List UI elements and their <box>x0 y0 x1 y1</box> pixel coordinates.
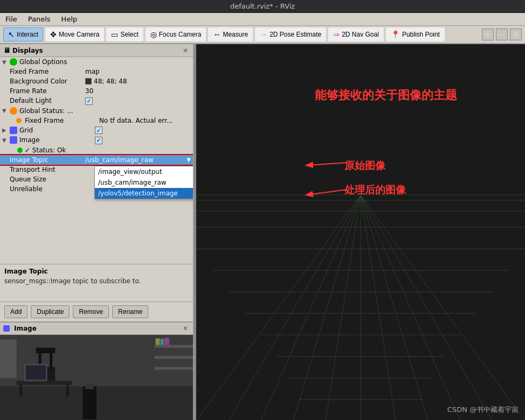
tree-image-topic[interactable]: Image Topic /usb_cam/image_raw ▼ <box>0 155 193 165</box>
main-layout: 🖥 Displays ✕ ▼ Global Options Fixed Fram… <box>0 44 525 420</box>
svg-rect-18 <box>155 338 160 345</box>
win-add-btn[interactable]: + <box>482 29 494 40</box>
rename-button[interactable]: Rename <box>112 305 148 318</box>
win-settings-btn[interactable]: ⚙ <box>510 29 522 40</box>
toolbar-select-button[interactable]: ▭ Select <box>106 27 143 41</box>
image-checkbox: ✓ <box>95 136 191 144</box>
toolbar-focus-camera-button[interactable]: ◎ Focus Camera <box>146 27 206 41</box>
displays-panel: 🖥 Displays ✕ ▼ Global Options Fixed Fram… <box>0 44 193 321</box>
camera-preview-svg <box>0 335 193 420</box>
bottom-buttons: Add Duplicate Remove Rename <box>0 302 193 321</box>
left-panel: 🖥 Displays ✕ ▼ Global Options Fixed Fram… <box>0 44 194 420</box>
displays-header: 🖥 Displays ✕ <box>0 44 193 57</box>
grid-checkbox: ✓ <box>95 127 191 135</box>
toolbar-move-camera-button[interactable]: ✥ Move Camera <box>45 27 104 41</box>
tree-default-light[interactable]: Default Light ✓ <box>0 96 193 106</box>
toolbar-publish-point-button[interactable]: 📍 Publish Point <box>386 27 445 41</box>
svg-rect-11 <box>26 365 46 380</box>
global-options-expand-arrow: ▼ <box>2 59 9 65</box>
image-subpanel: Image ✕ <box>0 321 193 420</box>
description-text: sensor_msgs::Image topic to subscribe to… <box>4 277 189 285</box>
2d-pose-icon: → <box>260 30 267 39</box>
window-title: default.rviz* - RViz <box>230 2 295 10</box>
title-bar: default.rviz* - RViz <box>0 0 525 13</box>
image-topic-dropdown: /image_view/output /usb_cam/image_raw /y… <box>94 166 193 199</box>
image-subpanel-title: Image <box>14 325 37 332</box>
remove-button[interactable]: Remove <box>73 305 109 318</box>
transport-hint-key: Transport Hint <box>10 166 85 173</box>
toolbar-2d-pose-button[interactable]: → 2D Pose Estimate <box>255 27 326 41</box>
grid-checked-icon: ✓ <box>95 127 102 134</box>
frame-rate-value: 30 <box>85 87 191 95</box>
tree-grid[interactable]: ▶ Grid ✓ <box>0 125 193 136</box>
fixed-frame-value: map <box>85 68 191 75</box>
global-status-icon <box>10 107 17 115</box>
svg-rect-8 <box>19 385 22 396</box>
default-light-key: Default Light <box>10 97 85 104</box>
win-min-btn[interactable]: − <box>496 29 508 40</box>
global-status-fixed-icon <box>16 118 22 123</box>
menu-file[interactable]: File <box>3 14 19 24</box>
global-status-fixed-frame-value: No tf data. Actual err... <box>99 117 191 124</box>
description-title: Image Topic <box>4 268 189 275</box>
dropdown-item-yolov5[interactable]: /yolov5/detection_image <box>95 188 193 199</box>
svg-rect-12 <box>0 339 17 378</box>
svg-rect-13 <box>82 386 96 419</box>
dropdown-arrow-icon: ▼ <box>186 157 191 163</box>
watermark: CSDN @书中藏着宇宙 <box>447 405 519 415</box>
tree-fixed-frame[interactable]: Fixed Frame map <box>0 67 193 76</box>
default-light-checkbox: ✓ <box>85 97 93 105</box>
publish-point-icon: 📍 <box>391 30 400 39</box>
svg-rect-19 <box>161 339 164 345</box>
window-controls: + − ⚙ <box>482 29 522 40</box>
image-subpanel-icon <box>3 325 10 332</box>
global-status-expand-arrow: ▼ <box>2 108 9 114</box>
tree-global-status-fixed-frame[interactable]: Fixed Frame No tf data. Actual err... <box>0 116 193 125</box>
toolbar-2d-nav-button[interactable]: ⇒ 2D Nav Goal <box>328 27 384 41</box>
svg-rect-16 <box>154 356 193 359</box>
menu-panels[interactable]: Panels <box>26 14 53 24</box>
tree-global-status[interactable]: ▼ Global Status: ... <box>0 106 193 116</box>
grid-label: Grid <box>19 127 95 134</box>
global-status-label: Global Status: ... <box>19 107 95 115</box>
tree-image[interactable]: ▼ Image ✓ <box>0 135 193 145</box>
toolbar: ↖ Interact ✥ Move Camera ▭ Select ◎ Focu… <box>0 26 525 44</box>
svg-rect-7 <box>17 381 72 385</box>
unreliable-key: Unreliable <box>10 185 85 193</box>
background-color-key: Background Color <box>10 78 85 85</box>
tree-frame-rate[interactable]: Frame Rate 30 <box>0 86 193 96</box>
add-button[interactable]: Add <box>4 305 27 318</box>
image-topic-key: Image Topic <box>10 156 85 164</box>
annotation-topic-label: 能够接收的关于图像的主题 <box>315 87 457 103</box>
toolbar-interact-button[interactable]: ↖ Interact <box>3 27 43 41</box>
toolbar-measure-button[interactable]: ↔ Measure <box>208 27 253 41</box>
grid-status-icon <box>10 127 17 134</box>
displays-title: Displays <box>12 47 43 54</box>
image-status-ok-label: ✓ Status: Ok <box>25 146 100 154</box>
annotation-processed-group: 处理后的图像 <box>304 173 412 221</box>
image-subpanel-content <box>0 335 193 420</box>
svg-rect-20 <box>164 338 169 345</box>
image-subpanel-close-button[interactable]: ✕ <box>181 325 190 332</box>
focus-camera-icon: ◎ <box>150 30 157 39</box>
tree-image-status[interactable]: ✓ Status: Ok <box>0 145 193 155</box>
2d-nav-icon: ⇒ <box>333 30 340 39</box>
duplicate-button[interactable]: Duplicate <box>31 305 70 318</box>
displays-close-button[interactable]: ✕ <box>181 47 190 54</box>
menu-bar: File Panels Help <box>0 13 525 26</box>
dropdown-item-image-view[interactable]: /image_view/output <box>95 166 193 177</box>
tree-global-options[interactable]: ▼ Global Options <box>0 57 193 67</box>
image-ok-icon <box>17 148 23 153</box>
default-light-value: ✓ <box>85 97 191 105</box>
tree-background-color[interactable]: Background Color 48; 48; 48 <box>0 76 193 86</box>
dropdown-item-usb-cam[interactable]: /usb_cam/image_raw <box>95 177 193 188</box>
menu-help[interactable]: Help <box>59 14 80 24</box>
move-camera-icon: ✥ <box>50 30 57 39</box>
3d-viewport[interactable]: 能够接收的关于图像的主题 原始图像 <box>196 44 525 420</box>
svg-line-49 <box>307 190 347 195</box>
fixed-frame-key: Fixed Frame <box>10 68 85 75</box>
global-status-fixed-frame-key: Fixed Frame <box>24 117 99 124</box>
background-color-swatch <box>85 78 92 85</box>
queue-size-key: Queue Size <box>10 176 85 183</box>
svg-rect-15 <box>154 345 193 348</box>
